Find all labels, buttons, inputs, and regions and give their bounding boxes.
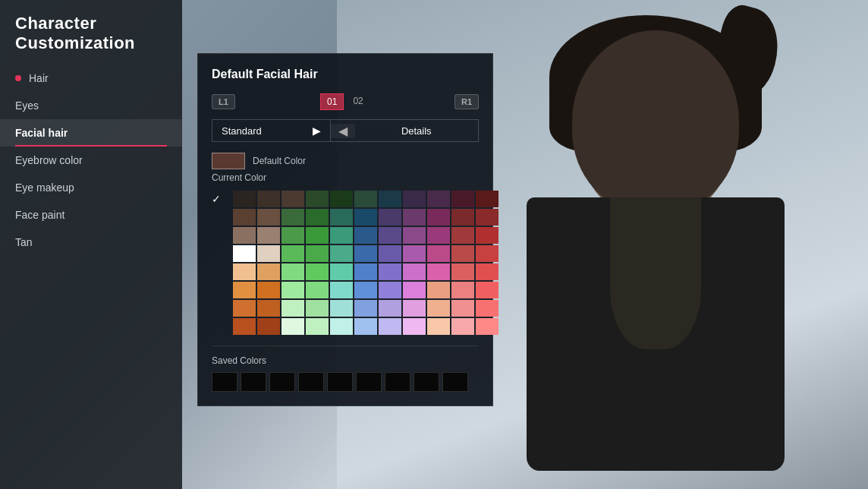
- color-cell-6-4[interactable]: [330, 300, 353, 317]
- color-cell-5-8[interactable]: [427, 282, 450, 298]
- color-cell-5-5[interactable]: [354, 282, 377, 298]
- color-cell-1-4[interactable]: [330, 209, 353, 226]
- saved-color-slot-4[interactable]: [327, 372, 353, 392]
- color-cell-6-2[interactable]: [281, 300, 304, 317]
- color-cell-5-0[interactable]: [233, 282, 256, 298]
- saved-color-slot-1[interactable]: [241, 372, 266, 392]
- color-cell-4-7[interactable]: [403, 263, 426, 280]
- color-cell-3-8[interactable]: [427, 245, 450, 262]
- details-button[interactable]: Details: [355, 121, 479, 141]
- color-cell-6-7[interactable]: [403, 300, 426, 317]
- color-cell-2-4[interactable]: [330, 227, 353, 244]
- sidebar-item-eyebrow-color[interactable]: Eyebrow color: [0, 147, 182, 174]
- color-cell-0-10[interactable]: [476, 191, 498, 207]
- color-cell-6-0[interactable]: [233, 300, 256, 317]
- color-cell-2-6[interactable]: [379, 227, 401, 244]
- color-cell-2-0[interactable]: [233, 227, 256, 244]
- color-cell-2-1[interactable]: [257, 227, 280, 244]
- color-cell-5-6[interactable]: [379, 282, 401, 298]
- color-cell-5-2[interactable]: [281, 282, 304, 298]
- color-cell-1-5[interactable]: [354, 209, 377, 226]
- color-cell-4-10[interactable]: [476, 263, 498, 280]
- color-cell-0-5[interactable]: [354, 191, 377, 207]
- color-cell-4-0[interactable]: [233, 263, 256, 280]
- saved-color-slot-2[interactable]: [269, 372, 295, 392]
- color-cell-3-10[interactable]: [476, 245, 498, 262]
- color-cell-0-1[interactable]: [257, 191, 280, 207]
- color-cell-4-4[interactable]: [330, 263, 353, 280]
- color-cell-0-4[interactable]: [330, 191, 353, 207]
- color-cell-6-6[interactable]: [379, 300, 401, 317]
- color-cell-0-0[interactable]: [233, 191, 256, 207]
- color-cell-2-7[interactable]: [403, 227, 426, 244]
- color-cell-0-2[interactable]: [281, 191, 304, 207]
- color-cell-7-1[interactable]: [257, 318, 280, 335]
- color-cell-3-6[interactable]: [379, 245, 401, 262]
- color-cell-5-1[interactable]: [257, 282, 280, 298]
- color-cell-5-7[interactable]: [403, 282, 426, 298]
- color-cell-3-7[interactable]: [403, 245, 426, 262]
- color-cell-7-4[interactable]: [330, 318, 353, 335]
- trigger-left-button[interactable]: L1: [212, 94, 235, 109]
- trigger-right-button[interactable]: R1: [454, 94, 479, 109]
- color-cell-1-9[interactable]: [451, 209, 474, 226]
- color-cell-2-5[interactable]: [354, 227, 377, 244]
- color-cell-4-2[interactable]: [281, 263, 304, 280]
- sidebar-item-facial-hair[interactable]: Facial hair: [0, 119, 182, 147]
- color-cell-4-5[interactable]: [354, 263, 377, 280]
- color-cell-3-5[interactable]: [354, 245, 377, 262]
- color-cell-2-3[interactable]: [306, 227, 329, 244]
- color-cell-7-10[interactable]: [476, 318, 498, 335]
- color-cell-2-2[interactable]: [281, 227, 304, 244]
- color-cell-3-0[interactable]: [233, 245, 256, 262]
- color-cell-5-9[interactable]: [451, 282, 474, 298]
- sidebar-item-eye-makeup[interactable]: Eye makeup: [0, 174, 182, 201]
- color-cell-3-2[interactable]: [281, 245, 304, 262]
- color-cell-3-1[interactable]: [257, 245, 280, 262]
- color-cell-6-10[interactable]: [476, 300, 498, 317]
- saved-color-slot-8[interactable]: [442, 372, 468, 392]
- color-cell-7-8[interactable]: [427, 318, 450, 335]
- saved-color-slot-3[interactable]: [298, 372, 324, 392]
- sidebar-item-face-paint[interactable]: Face paint: [0, 201, 182, 229]
- sidebar-item-hair[interactable]: Hair: [0, 65, 182, 92]
- color-cell-5-10[interactable]: [476, 282, 498, 298]
- color-cell-4-3[interactable]: [306, 263, 329, 280]
- color-cell-1-7[interactable]: [403, 209, 426, 226]
- color-cell-0-9[interactable]: [451, 191, 474, 207]
- default-color-swatch[interactable]: [212, 153, 245, 169]
- saved-color-slot-5[interactable]: [356, 372, 382, 392]
- color-cell-0-3[interactable]: [306, 191, 329, 207]
- color-cell-4-9[interactable]: [451, 263, 474, 280]
- saved-color-slot-6[interactable]: [385, 372, 410, 392]
- color-cell-1-3[interactable]: [306, 209, 329, 226]
- color-cell-6-1[interactable]: [257, 300, 280, 317]
- color-cell-7-2[interactable]: [281, 318, 304, 335]
- color-cell-6-8[interactable]: [427, 300, 450, 317]
- color-cell-7-5[interactable]: [354, 318, 377, 335]
- color-cell-7-0[interactable]: [233, 318, 256, 335]
- color-cell-0-7[interactable]: [403, 191, 426, 207]
- color-cell-4-1[interactable]: [257, 263, 280, 280]
- tab-01[interactable]: 01: [320, 93, 344, 110]
- color-cell-4-8[interactable]: [427, 263, 450, 280]
- color-cell-0-8[interactable]: [427, 191, 450, 207]
- sidebar-item-tan[interactable]: Tan: [0, 229, 182, 256]
- color-cell-7-9[interactable]: [451, 318, 474, 335]
- color-cell-1-6[interactable]: [379, 209, 401, 226]
- sidebar-item-eyes[interactable]: Eyes: [0, 92, 182, 119]
- color-cell-0-6[interactable]: [379, 191, 401, 207]
- color-cell-5-3[interactable]: [306, 282, 329, 298]
- color-cell-1-8[interactable]: [427, 209, 450, 226]
- color-cell-2-8[interactable]: [427, 227, 450, 244]
- color-cell-1-2[interactable]: [281, 209, 304, 226]
- color-cell-1-0[interactable]: [233, 209, 256, 226]
- color-cell-2-10[interactable]: [476, 227, 498, 244]
- color-cell-7-7[interactable]: [403, 318, 426, 335]
- color-cell-7-6[interactable]: [379, 318, 401, 335]
- color-cell-1-10[interactable]: [476, 209, 498, 226]
- color-cell-3-3[interactable]: [306, 245, 329, 262]
- color-cell-5-4[interactable]: [330, 282, 353, 298]
- color-cell-7-3[interactable]: [306, 318, 329, 335]
- saved-color-slot-0[interactable]: [212, 372, 237, 392]
